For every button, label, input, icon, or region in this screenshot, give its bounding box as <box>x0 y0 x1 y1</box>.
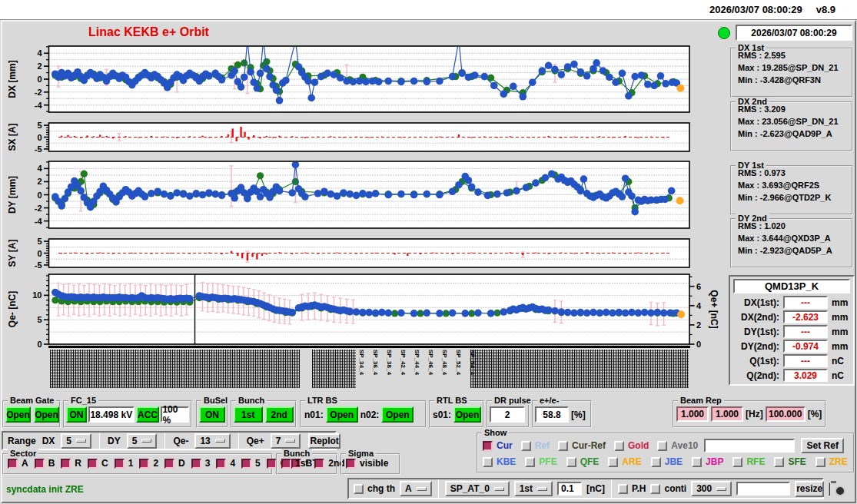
beam-rep-value-1: 1.000 <box>676 406 709 422</box>
show-checkbox[interactable] <box>483 441 493 451</box>
sector-checkbox[interactable] <box>35 459 45 469</box>
busel-on-button[interactable]: ON <box>199 406 225 423</box>
sector-checkbox[interactable] <box>164 459 174 469</box>
beamline-checkbox[interactable] <box>566 457 576 467</box>
ltr-n01-open-button[interactable]: Open <box>326 406 358 423</box>
sector-checkbox[interactable] <box>139 459 149 469</box>
conti-checkbox[interactable] <box>650 484 660 494</box>
separator <box>611 479 612 498</box>
qmd-row-unit: nC <box>832 370 844 381</box>
range-qem-menu[interactable]: 13 <box>194 433 230 449</box>
beamline-checkbox[interactable] <box>651 457 661 467</box>
sector-toggle: 5 <box>241 458 261 469</box>
sp-at-menu[interactable]: SP_AT_0 <box>445 481 510 496</box>
qmd-row-value: --- <box>783 296 828 309</box>
sector-toggle: R <box>61 458 81 469</box>
rtl-s01-open-button[interactable]: Open <box>453 406 481 423</box>
show-checkbox[interactable] <box>657 441 667 451</box>
beam-gate-1-button[interactable]: Open <box>5 406 31 423</box>
beam-gate-2-button[interactable]: Open <box>34 406 59 423</box>
sector-toggle-label: B <box>48 458 55 469</box>
beamline-checkbox[interactable] <box>732 457 742 467</box>
sector-toggle-label: A <box>22 458 28 469</box>
threshold-input[interactable] <box>557 482 582 496</box>
ref-file-input[interactable] <box>704 439 795 453</box>
bunch-select-menu[interactable]: 1st <box>514 481 553 496</box>
sector-checkbox[interactable] <box>241 459 251 469</box>
sector-checkbox[interactable] <box>191 459 201 469</box>
replot-button[interactable]: Replot <box>308 433 340 449</box>
show-checkbox[interactable] <box>558 441 568 451</box>
beamline-checkbox[interactable] <box>483 457 493 467</box>
beamline-checkbox[interactable] <box>608 457 618 467</box>
spare-input[interactable] <box>736 482 790 496</box>
range-qep-menu[interactable]: 7 <box>271 433 301 449</box>
beamline-toggle: PFE <box>525 456 556 467</box>
bunch-checkbox[interactable] <box>314 459 324 469</box>
fc15-kv-value: 18.498 kV <box>88 406 135 423</box>
show-toggle-label: Ave10 <box>671 440 698 451</box>
sector-checkbox[interactable] <box>8 459 18 469</box>
mode-a-menu[interactable]: A <box>400 481 432 496</box>
data-timestamp: 2026/03/07 08:00:29 <box>736 25 852 41</box>
sector-checkbox[interactable] <box>61 459 71 469</box>
ltr-n02-open-button[interactable]: Open <box>381 406 414 423</box>
bunch-checkbox[interactable] <box>281 459 291 469</box>
sector-toggle-label: 3 <box>205 458 211 469</box>
option-menu-indicator <box>215 439 225 443</box>
rtl-bs-group: RTL BS s01: Open <box>429 400 484 428</box>
bunch-bottom-group: Bunch 1st 2nd <box>276 453 337 475</box>
stat-min: Min : -3.428@QRF3N <box>732 74 852 86</box>
svg-text:0: 0 <box>37 340 42 349</box>
sector-checkbox[interactable] <box>216 459 226 469</box>
fc15-on-button[interactable]: ON <box>66 406 87 423</box>
range-dx-menu[interactable]: 5 <box>61 433 91 449</box>
qmd-row: DX(2nd): -2.623 mm <box>733 310 850 324</box>
bunch-1st-button[interactable]: 1st <box>234 406 263 423</box>
bpm-name-texture <box>50 350 300 388</box>
qmd-row: DY(1st): --- mm <box>733 324 850 339</box>
svg-text:6: 6 <box>696 282 701 291</box>
ltr-n01-label: n01: <box>304 410 324 420</box>
camera-snapshot-button[interactable] <box>829 482 830 496</box>
qmd-row-unit: mm <box>832 341 848 352</box>
eratio-value: 58.8 <box>535 406 569 423</box>
interval-menu[interactable]: 300 <box>691 481 732 496</box>
range-dy-value: 5 <box>132 436 138 446</box>
sector-checkbox[interactable] <box>267 459 277 469</box>
stat-min: Min : -2.966@QTD2P_K <box>732 191 852 204</box>
show-checkbox[interactable] <box>521 441 531 451</box>
beamline-toggle: ZRE <box>815 456 848 467</box>
show-row1: Cur Ref Cur-Ref Gold <box>483 440 698 451</box>
qmd-row-label: DX(2nd): <box>733 312 779 323</box>
qe-plot: 1050Qe- [nC]6420Qe+ [nC] <box>7 274 719 349</box>
beamline-checkbox[interactable] <box>774 457 784 467</box>
fc15-acc-button[interactable]: ACC <box>136 406 160 423</box>
beamline-checkbox[interactable] <box>525 457 535 467</box>
resize-button[interactable]: resize <box>795 481 824 497</box>
show-checkbox[interactable] <box>614 441 624 451</box>
ph-checkbox[interactable] <box>618 484 628 494</box>
set-ref-button[interactable]: Set Ref <box>801 438 844 453</box>
ph-toggle: P.H <box>618 483 646 494</box>
chg-th-toggle: chg th <box>354 483 395 494</box>
beamline-checkbox[interactable] <box>815 457 825 467</box>
bunch-toggle: 1st <box>281 458 308 469</box>
chg-th-checkbox[interactable] <box>354 484 364 494</box>
svg-text:Qe+ [nC]: Qe+ [nC] <box>709 290 719 328</box>
sector-checkbox[interactable] <box>115 459 125 469</box>
show-group: Show Cur Ref Cur-Ref <box>477 433 855 473</box>
sector-checkbox[interactable] <box>88 459 98 469</box>
separator <box>438 479 439 498</box>
show-toggle: Cur-Ref <box>558 440 606 451</box>
chg-th-label: chg th <box>367 483 395 494</box>
bunch-2nd-button[interactable]: 2nd <box>265 406 294 423</box>
range-dy-menu[interactable]: 5 <box>127 433 158 449</box>
sigma-checkbox[interactable] <box>346 459 356 469</box>
range-dx-value: 5 <box>66 436 71 446</box>
beamline-checkbox[interactable] <box>692 457 702 467</box>
option-menu-indicator <box>716 487 726 491</box>
eratio-title: e+/e- <box>537 396 561 405</box>
show-toggle: Gold <box>614 440 649 451</box>
sigma-toggle: visible <box>346 458 388 469</box>
